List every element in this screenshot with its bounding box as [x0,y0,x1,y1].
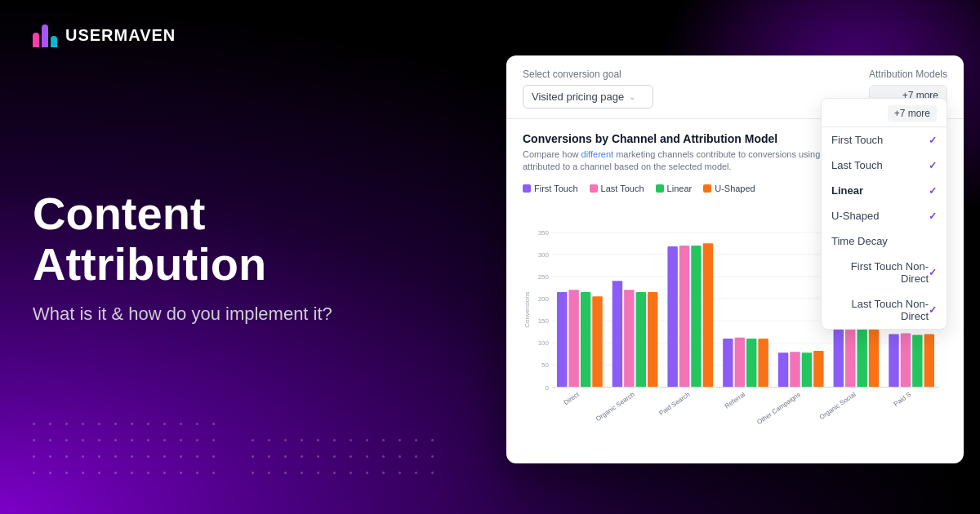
legend-label: U-Shaped [715,184,755,193]
dot [49,472,51,474]
legend-item: Linear [656,184,693,193]
svg-text:Conversions: Conversions [523,291,531,327]
dot [415,439,417,441]
dot [147,455,149,458]
svg-rect-32 [723,339,733,388]
dot [114,439,117,441]
logo-bar-purple [42,24,48,47]
dropdown-item-linear[interactable]: Linear ✓ [822,178,947,203]
dropdown-item-last-touch-nondirect[interactable]: Last Touch Non-Direct ✓ [822,291,947,329]
dot [180,472,182,474]
svg-text:Referral: Referral [724,391,747,410]
dropdown-item-first-touch-nondirect[interactable]: First Touch Non-Direct ✓ [822,254,947,291]
svg-rect-45 [869,323,879,388]
check-icon: ✓ [929,267,937,278]
dot [49,423,51,425]
legend-item: First Touch [523,184,578,193]
dot [98,439,100,441]
dot [147,472,149,474]
dot [98,472,100,474]
hero-title: Content Attribution [33,188,441,289]
legend-item: U-Shaped [703,184,755,193]
svg-rect-39 [802,352,812,387]
dot [212,472,215,474]
svg-rect-43 [845,321,855,387]
dropdown-tag-row: +7 more [822,99,947,127]
logo-bar-pink [33,33,39,47]
dot [98,423,100,425]
dot [284,439,287,441]
dot [131,472,133,474]
svg-rect-50 [924,334,934,387]
svg-text:Paid S: Paid S [893,391,912,408]
dot [399,455,401,458]
dot [82,423,84,425]
attribution-label: Attribution Models [869,69,947,80]
svg-rect-48 [901,333,911,387]
goal-value: Visited pricing page [532,91,624,103]
goal-selector-area: Select conversion goal Visited pricing p… [523,69,653,109]
dot [49,455,51,458]
svg-text:350: 350 [538,228,550,236]
dot [114,455,117,458]
dot [399,472,401,474]
hero-subtitle: What is it & how do you implement it? [33,304,441,326]
logo-bar-cyan [51,36,57,47]
legend-label: First Touch [534,184,578,193]
dot [196,423,198,425]
svg-rect-47 [889,334,898,387]
dot [399,439,401,441]
dot [317,455,319,458]
svg-rect-30 [703,243,713,387]
svg-rect-42 [834,323,844,388]
dot [284,472,287,474]
dot [82,472,84,474]
svg-text:Organic Search: Organic Search [595,391,636,423]
legend-color [590,184,598,193]
dot [333,472,336,474]
dropdown-item-time-decay[interactable]: Time Decay [822,228,947,254]
dot [33,439,35,441]
svg-text:Paid Search: Paid Search [658,391,692,417]
svg-rect-25 [648,292,657,388]
dot [65,472,68,474]
dot [252,439,254,441]
dot [212,455,215,458]
dot [382,455,385,458]
dropdown-more-tag[interactable]: +7 more [888,105,937,122]
dot [33,455,35,458]
svg-rect-24 [636,292,646,388]
svg-text:250: 250 [538,273,550,281]
dot [431,455,434,458]
legend-color [656,184,664,193]
goal-dropdown[interactable]: Visited pricing page ⌄ [523,85,653,109]
svg-text:Other Campaigns: Other Campaigns [755,391,802,426]
dot [317,439,319,441]
legend-color [523,184,531,193]
svg-text:50: 50 [541,361,549,369]
svg-rect-27 [667,246,677,388]
dot [65,455,68,458]
dropdown-item-first-touch[interactable]: First Touch ✓ [822,127,947,153]
ui-panel: Select conversion goal Visited pricing p… [506,55,964,463]
legend-item: Last Touch [590,184,644,193]
svg-rect-23 [624,290,634,387]
svg-text:Organic Social: Organic Social [818,391,858,421]
dot [252,472,254,474]
dot [212,439,215,441]
dot [196,472,198,474]
dot [268,439,270,441]
svg-rect-37 [778,352,788,387]
dot [131,455,133,458]
dropdown-item-ushaped[interactable]: U-Shaped ✓ [822,203,947,228]
attribution-section: Attribution Models +7 more +7 more First… [869,69,947,106]
attribution-dropdown: +7 more First Touch ✓ Last Touch ✓ Linea… [821,98,947,330]
dot [49,439,51,441]
check-icon: ✓ [929,185,937,197]
svg-text:0: 0 [546,383,550,391]
logo-text: USERMAVEN [65,26,176,45]
dot [431,439,434,441]
dropdown-item-last-touch[interactable]: Last Touch ✓ [822,153,947,178]
dot [284,455,287,458]
dot [114,423,117,425]
